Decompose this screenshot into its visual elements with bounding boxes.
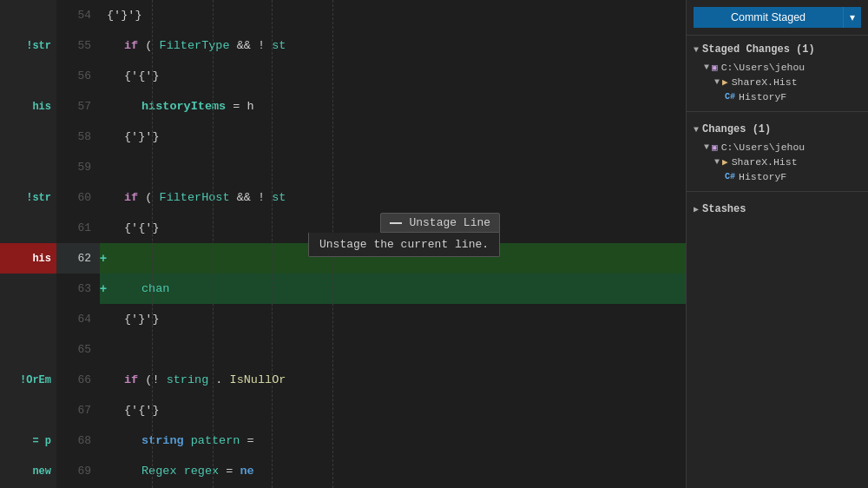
stashes-header[interactable]: ▶ Stashes <box>687 199 868 220</box>
changes-section: ▼ Changes (1) ▼ ▣ C:\Users\jehou ▼ ▶ Sha… <box>687 115 868 188</box>
line-num: 61 <box>56 213 100 243</box>
commit-staged-arrow-button[interactable]: ▾ <box>843 7 861 28</box>
stashes-arrow: ▶ <box>694 204 699 214</box>
code-line-65 <box>100 334 686 365</box>
gutter-item <box>0 304 56 334</box>
changes-folder-arrow: ▼ <box>714 157 720 167</box>
gutter-item <box>0 213 56 243</box>
line-num: 58 <box>56 122 100 152</box>
staged-file-name: HistoryF <box>739 91 786 102</box>
gutter-item <box>0 61 56 91</box>
staged-changes-section: ▼ Staged Changes (1) ▼ ▣ C:\Users\jehou … <box>687 36 868 108</box>
sidebar-divider-2 <box>687 191 868 192</box>
code-line-68: string pattern = <box>100 425 686 456</box>
code-line-60: if ( FilterHost && ! st <box>100 182 686 213</box>
staged-file-item[interactable]: C# HistoryF <box>687 89 868 104</box>
staged-repo-arrow: ▼ <box>704 63 709 72</box>
code-area: 54 55 56 57 58 59 60 61 62 63 64 65 66 6… <box>56 0 686 488</box>
changes-folder-item[interactable]: ▼ ▶ ShareX.Hist <box>687 155 868 169</box>
staged-repo-path: C:\Users\jehou <box>721 62 806 73</box>
commit-staged-button-area[interactable]: Commit Staged ▾ <box>694 7 861 28</box>
code-line-59 <box>100 152 686 182</box>
add-indicator-63: + <box>100 274 110 304</box>
changes-file-name: HistoryF <box>739 171 786 182</box>
changes-repo-item[interactable]: ▼ ▣ C:\Users\jehou <box>687 140 868 155</box>
staged-changes-label: Staged Changes (1) <box>702 43 815 56</box>
unstage-header-label: Unstage Line <box>409 216 490 229</box>
dash-icon <box>390 222 402 224</box>
line-num-active: 62 <box>56 243 100 274</box>
unstage-body: Unstage the current line. <box>308 233 500 257</box>
code-lines: {'}'} if ( FilterType && ! st {'{'} <box>100 0 686 488</box>
sidebar: Commit Staged ▾ ▼ Staged Changes (1) ▼ ▣… <box>686 0 868 488</box>
line-num: 60 <box>56 182 100 213</box>
folder-icon: ▶ <box>722 76 728 88</box>
sidebar-divider-1 <box>687 111 868 112</box>
staged-repo-item[interactable]: ▼ ▣ C:\Users\jehou <box>687 60 868 75</box>
line-num: 66 <box>56 365 100 395</box>
staged-changes-header[interactable]: ▼ Staged Changes (1) <box>687 39 868 60</box>
unstage-popup: Unstage Line Unstage the current line. <box>308 213 500 257</box>
code-panel: !str his !str his !OrEm = p new 54 55 56… <box>0 0 686 488</box>
staged-changes-arrow: ▼ <box>694 45 699 55</box>
changes-header[interactable]: ▼ Changes (1) <box>687 119 868 140</box>
line-num: 54 <box>56 0 100 30</box>
code-line-55: if ( FilterType && ! st <box>100 30 686 61</box>
changes-repo-path: C:\Users\jehou <box>721 142 806 153</box>
changes-folder-name: ShareX.Hist <box>732 156 798 168</box>
line-num: 56 <box>56 61 100 91</box>
changes-label: Changes (1) <box>702 123 771 135</box>
line-num: 63 <box>56 274 100 304</box>
code-line-54: {'}'} <box>100 0 686 30</box>
unstage-header: Unstage Line <box>380 213 500 233</box>
code-line-69: Regex regex = ne <box>100 456 686 486</box>
stashes-label: Stashes <box>702 203 746 215</box>
code-line-56: {'{'} <box>100 61 686 91</box>
code-line-63-staged: + chan <box>100 274 686 304</box>
changes-csharp-icon: C# <box>725 172 735 181</box>
gutter-item <box>0 122 56 152</box>
line-num: 69 <box>56 456 100 486</box>
changes-repo-icon: ▣ <box>712 142 718 153</box>
changes-folder-icon: ▶ <box>722 156 728 168</box>
gutter-item: !OrEm <box>0 365 56 395</box>
code-line-57: historyItems = h <box>100 91 686 122</box>
code-line-66: if (! string . IsNullOr <box>100 365 686 395</box>
changes-arrow: ▼ <box>694 125 699 135</box>
line-num: 65 <box>56 334 100 365</box>
add-indicator-62: + <box>100 243 110 274</box>
code-line-67: {'{'} <box>100 395 686 425</box>
repo-icon: ▣ <box>712 62 718 73</box>
unstage-body-text: Unstage the current line. <box>319 238 489 251</box>
csharp-icon: C# <box>725 92 735 102</box>
code-line-58: {'}'} <box>100 122 686 152</box>
gutter-item <box>0 152 56 182</box>
staged-folder-arrow: ▼ <box>714 77 720 87</box>
gutter-item <box>0 334 56 365</box>
staged-folder-item[interactable]: ▼ ▶ ShareX.Hist <box>687 75 868 89</box>
line-numbers: 54 55 56 57 58 59 60 61 62 63 64 65 66 6… <box>56 0 100 488</box>
code-line-64: {'}'} <box>100 304 686 334</box>
line-num: 67 <box>56 395 100 425</box>
line-num: 57 <box>56 91 100 122</box>
gutter-item: !str <box>0 182 56 213</box>
line-num: 68 <box>56 425 100 456</box>
gutter-item: !str <box>0 30 56 61</box>
stashes-section: ▶ Stashes <box>687 195 868 223</box>
line-num: 55 <box>56 30 100 61</box>
commit-staged-button[interactable]: Commit Staged <box>694 7 843 28</box>
changes-repo-arrow: ▼ <box>704 142 709 152</box>
line-num: 64 <box>56 304 100 334</box>
gutter-item <box>0 0 56 30</box>
gutter-item: = p <box>0 425 56 456</box>
gutter-item-highlighted: his <box>0 243 56 274</box>
gutter-item <box>0 274 56 304</box>
staged-folder-name: ShareX.Hist <box>732 76 798 88</box>
line-num: 59 <box>56 152 100 182</box>
gutter-item: his <box>0 91 56 122</box>
gutter-item <box>0 395 56 425</box>
left-gutter: !str his !str his !OrEm = p new <box>0 0 56 488</box>
changes-file-item[interactable]: C# HistoryF <box>687 169 868 184</box>
gutter-item: new <box>0 456 56 486</box>
